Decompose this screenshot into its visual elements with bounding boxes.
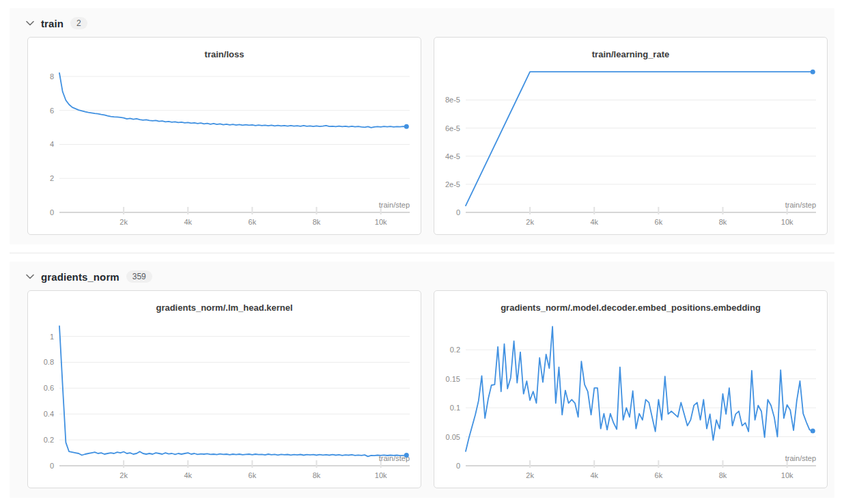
chart-panel-lm-head-kernel[interactable]: gradients_norm/.lm_head.kernel 00.20.40.… (27, 290, 421, 488)
svg-text:8k: 8k (719, 471, 727, 479)
section-count-badge: 2 (70, 17, 87, 29)
svg-text:4k: 4k (590, 471, 598, 479)
svg-text:8: 8 (50, 72, 54, 81)
chart-title: train/learning_rate (434, 38, 827, 61)
section-gradients-norm-toggle[interactable]: gradients_norm 359 (10, 262, 834, 290)
svg-text:8k: 8k (313, 218, 321, 226)
section-train-toggle[interactable]: train 2 (10, 8, 834, 37)
svg-text:10k: 10k (781, 471, 793, 479)
line-chart-train-learning-rate[interactable]: 02e-54e-56e-58e-52k4k6k8k10ktrain/step (434, 61, 827, 234)
svg-text:6: 6 (50, 107, 54, 115)
chart-title: gradients_norm/.model.decoder.embed_posi… (434, 291, 827, 314)
chart-title: train/loss (28, 38, 421, 61)
svg-text:0.6: 0.6 (44, 384, 54, 392)
svg-text:0.4: 0.4 (44, 410, 54, 418)
chart-panel-train-learning-rate[interactable]: train/learning_rate 02e-54e-56e-58e-52k4… (434, 37, 828, 235)
svg-text:8k: 8k (719, 218, 727, 226)
svg-text:0.15: 0.15 (446, 375, 460, 383)
svg-text:0.1: 0.1 (450, 404, 460, 412)
svg-text:0.8: 0.8 (44, 358, 54, 366)
line-chart-embed-positions[interactable]: 00.050.10.150.22k4k6k8k10ktrain/step (434, 314, 827, 488)
svg-text:0: 0 (456, 208, 460, 216)
panel-grid: train/loss 024682k4k6k8k10ktrain/step tr… (10, 37, 834, 235)
svg-text:6k: 6k (249, 218, 257, 226)
svg-text:10k: 10k (781, 218, 793, 226)
chart-panel-embed-positions[interactable]: gradients_norm/.model.decoder.embed_posi… (434, 290, 828, 488)
svg-text:6e-5: 6e-5 (445, 124, 460, 132)
svg-text:4: 4 (50, 140, 54, 148)
svg-text:0: 0 (50, 208, 54, 216)
svg-text:2k: 2k (526, 218, 534, 226)
section-train: train 2 train/loss 024682k4k6k8k10ktrain… (10, 8, 834, 244)
panel-grid: gradients_norm/.lm_head.kernel 00.20.40.… (10, 290, 834, 488)
line-chart-lm-head-kernel[interactable]: 00.20.40.60.812k4k6k8k10ktrain/step (28, 314, 421, 488)
svg-text:2e-5: 2e-5 (445, 180, 460, 188)
svg-text:4k: 4k (184, 471, 192, 479)
section-title: gradients_norm (41, 271, 119, 283)
svg-text:2: 2 (50, 174, 54, 182)
chevron-down-icon (26, 20, 34, 26)
svg-text:0: 0 (456, 462, 460, 470)
metrics-dashboard: train 2 train/loss 024682k4k6k8k10ktrain… (0, 0, 844, 502)
chevron-down-icon (26, 274, 34, 279)
chart-title: gradients_norm/.lm_head.kernel (28, 291, 421, 314)
svg-text:train/step: train/step (379, 201, 410, 209)
svg-text:2k: 2k (119, 471, 128, 479)
svg-text:1: 1 (50, 333, 54, 341)
svg-text:0.2: 0.2 (450, 346, 460, 354)
svg-text:0.05: 0.05 (446, 433, 460, 441)
svg-text:2k: 2k (526, 471, 534, 479)
svg-text:4k: 4k (590, 218, 598, 226)
chart-panel-train-loss[interactable]: train/loss 024682k4k6k8k10ktrain/step (27, 37, 421, 235)
svg-text:10k: 10k (375, 218, 387, 226)
svg-text:4e-5: 4e-5 (445, 152, 460, 160)
svg-text:0: 0 (50, 462, 54, 470)
svg-text:6k: 6k (249, 471, 257, 479)
svg-text:train/step: train/step (785, 454, 816, 462)
section-divider (10, 253, 834, 253)
svg-text:8k: 8k (313, 471, 321, 479)
line-chart-train-loss[interactable]: 024682k4k6k8k10ktrain/step (28, 61, 421, 234)
section-count-badge: 359 (126, 270, 152, 283)
svg-text:train/step: train/step (785, 201, 816, 209)
section-gradients-norm: gradients_norm 359 gradients_norm/.lm_he… (10, 262, 834, 498)
svg-text:6k: 6k (655, 471, 663, 479)
svg-text:10k: 10k (375, 471, 387, 479)
svg-text:4k: 4k (184, 218, 192, 226)
svg-text:2k: 2k (119, 218, 128, 226)
svg-text:8e-5: 8e-5 (445, 96, 460, 104)
section-title: train (41, 18, 64, 29)
svg-text:0.2: 0.2 (44, 436, 54, 444)
svg-text:6k: 6k (655, 218, 663, 226)
